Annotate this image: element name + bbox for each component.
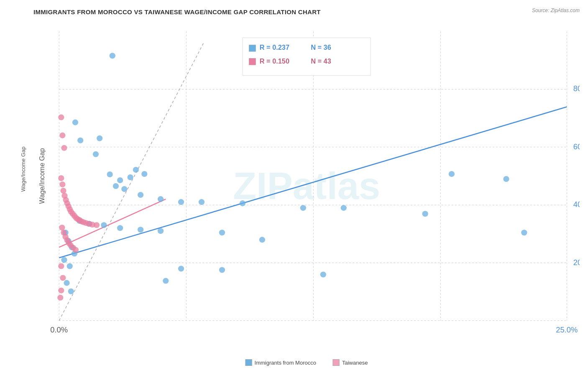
y-axis-label: Wage/Income Gap [20, 146, 26, 192]
svg-point-56 [67, 263, 73, 269]
svg-point-45 [259, 237, 265, 243]
svg-point-65 [61, 145, 67, 151]
legend-morocco: Immigrants from Morocco [245, 359, 316, 366]
svg-point-61 [141, 171, 147, 177]
svg-point-34 [300, 205, 306, 211]
legend-morocco-label: Immigrants from Morocco [255, 360, 316, 366]
svg-point-59 [110, 53, 115, 59]
scatter-plot: .grid-line { stroke: #ccc; stroke-width:… [33, 19, 580, 346]
svg-point-41 [117, 225, 123, 231]
chart-legend: Immigrants from Morocco Taiwanese [245, 359, 368, 366]
svg-point-47 [219, 267, 225, 273]
svg-text:25.0%: 25.0% [556, 326, 578, 334]
svg-point-42 [138, 227, 143, 232]
svg-point-86 [59, 225, 65, 230]
svg-text:60.0%: 60.0% [573, 143, 580, 151]
svg-point-95 [60, 275, 66, 281]
svg-point-49 [449, 171, 455, 177]
legend-taiwanese-swatch [333, 359, 340, 366]
svg-point-24 [107, 171, 112, 177]
svg-point-58 [68, 289, 74, 294]
svg-point-93 [73, 247, 79, 253]
chart-title: IMMIGRANTS FROM MOROCCO VS TAIWANESE WAG… [33, 8, 580, 15]
svg-text:Wage/Income Gap: Wage/Income Gap [38, 148, 45, 204]
svg-point-33 [240, 200, 245, 206]
legend-taiwanese: Taiwanese [333, 359, 368, 366]
svg-text:R = 0.237: R = 0.237 [260, 43, 289, 51]
svg-point-64 [59, 133, 65, 138]
svg-text:80.0%: 80.0% [573, 85, 580, 93]
svg-text:R = 0.150: R = 0.150 [260, 57, 289, 65]
svg-point-29 [138, 192, 143, 198]
svg-text:0.0%: 0.0% [50, 326, 68, 334]
svg-line-20 [59, 42, 204, 321]
svg-point-37 [503, 176, 509, 182]
svg-point-57 [64, 280, 69, 286]
svg-point-25 [127, 174, 133, 180]
legend-taiwanese-label: Taiwanese [342, 360, 368, 366]
svg-point-85 [94, 222, 100, 228]
svg-text:20.0%: 20.0% [573, 258, 580, 267]
svg-point-35 [341, 205, 347, 211]
svg-point-31 [178, 199, 184, 205]
svg-point-62 [77, 138, 83, 143]
svg-point-46 [178, 266, 184, 272]
legend-morocco-swatch [245, 359, 252, 366]
svg-point-48 [320, 272, 326, 278]
svg-point-68 [60, 188, 66, 194]
svg-point-26 [117, 177, 123, 183]
chart-area: Wage/Income Gap .grid-line { stroke: #cc… [33, 19, 580, 346]
chart-container: IMMIGRANTS FROM MOROCCO VS TAIWANESE WAG… [0, 0, 588, 373]
svg-point-55 [61, 257, 67, 263]
svg-line-19 [59, 199, 166, 247]
svg-point-66 [58, 175, 64, 181]
svg-point-21 [72, 120, 78, 125]
svg-point-60 [133, 167, 139, 173]
svg-point-22 [97, 135, 102, 141]
svg-text:N = 43: N = 43 [311, 57, 331, 65]
svg-point-98 [58, 115, 64, 120]
svg-point-44 [219, 230, 225, 235]
svg-text:40.0%: 40.0% [573, 200, 580, 209]
svg-point-23 [93, 151, 99, 157]
svg-text:N = 36: N = 36 [311, 43, 331, 51]
svg-point-94 [58, 263, 64, 269]
svg-text:ZIPatlas: ZIPatlas [233, 165, 380, 207]
svg-point-28 [121, 186, 127, 192]
source-label: Source: ZipAtlas.com [532, 8, 580, 13]
svg-point-27 [113, 183, 119, 189]
svg-point-32 [199, 199, 205, 205]
svg-point-36 [422, 211, 428, 217]
svg-point-63 [163, 278, 169, 284]
svg-line-18 [59, 107, 567, 258]
svg-point-97 [57, 295, 63, 301]
svg-point-67 [59, 181, 65, 187]
svg-point-96 [58, 288, 64, 294]
svg-point-30 [158, 196, 164, 202]
svg-point-43 [158, 228, 164, 234]
svg-point-40 [101, 222, 107, 228]
svg-point-50 [521, 230, 527, 235]
svg-rect-103 [249, 58, 256, 65]
svg-rect-100 [249, 45, 256, 51]
